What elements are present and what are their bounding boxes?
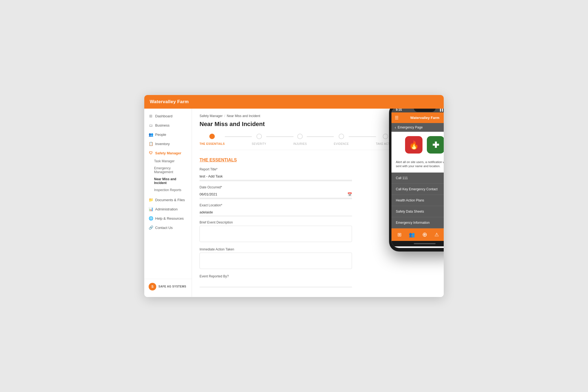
description-textarea[interactable]	[200, 226, 352, 242]
connector-1	[225, 136, 252, 137]
phone-status-icons: ▐▐▐ 📶 🔋	[439, 109, 444, 111]
phone-list-item-emergency-info[interactable]: Emergency Information	[391, 217, 444, 228]
first-aid-button[interactable]: ✚	[427, 136, 444, 154]
connector-4	[349, 136, 376, 137]
app-container: Watervalley Farm ⊞ Dashboard 🗂 Business …	[144, 95, 444, 297]
connector-2	[266, 136, 293, 137]
sidebar-item-safety-manager[interactable]: 🛡 Safety Manager	[144, 148, 192, 158]
signal-icon: ▐▐▐	[439, 109, 444, 111]
phone-list-item-call111[interactable]: Call 111	[391, 173, 444, 184]
task-manager-label: Task Manager	[154, 159, 174, 163]
sidebar-item-help[interactable]: 🌐 Help & Resources	[144, 214, 192, 223]
step-label-injuries: INJURIES	[293, 142, 307, 145]
step-dot-evidence	[339, 134, 344, 139]
calendar-icon[interactable]: 📅	[347, 192, 352, 197]
fire-emergency-button[interactable]: 🔥	[405, 136, 422, 154]
home-bar	[414, 243, 436, 244]
logo-circle: S	[149, 283, 156, 290]
sidebar-sub-task-manager[interactable]: Task Manager	[144, 158, 192, 165]
health-action-label: Health Action Plans	[396, 198, 424, 202]
phone-alert-text: Alert all on site users, a notification …	[391, 158, 444, 173]
step-injuries[interactable]: INJURIES	[293, 134, 307, 145]
section-title: THE ESSENTIALS	[200, 158, 352, 163]
sidebar-label-admin: Administration	[155, 207, 177, 211]
phone-screen: 9:15 ▐▐▐ 📶 🔋 ☰ Watervalley Farm ⚙	[391, 109, 444, 248]
sidebar-sub-inspection[interactable]: Inspection Reports	[144, 186, 192, 194]
phone-nav-warning[interactable]: ⚠	[434, 232, 439, 238]
report-title-input[interactable]	[200, 173, 352, 180]
label-location: Exact Location*	[200, 203, 352, 207]
step-dot-essentials	[209, 134, 215, 139]
documents-icon: 📁	[149, 198, 153, 202]
form-group-reported-by: Event Reported By?	[200, 274, 352, 287]
main-content: Safety Manager / Near Miss and Incident …	[192, 109, 444, 297]
immediate-action-textarea[interactable]	[200, 253, 352, 269]
sidebar-item-people[interactable]: 👥 People	[144, 130, 192, 139]
safety-icon: 🛡	[149, 151, 153, 155]
fire-icon: 🔥	[409, 140, 419, 150]
top-bar: Watervalley Farm	[144, 95, 444, 109]
sidebar-label-inventory: Inventory	[155, 142, 170, 146]
sidebar-item-contact[interactable]: 🔗 Contact Us	[144, 223, 192, 232]
call111-label: Call 111	[396, 176, 408, 180]
phone-list-item-safety-data[interactable]: Safety Data Sheets	[391, 206, 444, 217]
step-label-essentials: THE ESSENTIALS	[200, 142, 225, 145]
label-immediate-action: Immediate Action Taken	[200, 247, 352, 251]
step-label-severity: SEVERITY	[252, 142, 266, 145]
form-group-report-title: Report Title*	[200, 167, 352, 181]
business-icon: 🗂	[149, 123, 153, 127]
breadcrumb-current: Near Miss and Incident	[227, 114, 260, 118]
sidebar: ⊞ Dashboard 🗂 Business 👥 People 📋 Invent…	[144, 109, 192, 297]
key-emergency-label: Call Key Emergency Contact	[396, 187, 437, 191]
admin-icon: 📊	[149, 207, 153, 211]
logo-text: SAFE AG SYSTEMS	[158, 285, 186, 288]
date-input[interactable]	[200, 191, 347, 198]
emergency-info-label: Emergency Information	[396, 221, 430, 225]
dashboard-icon: ⊞	[149, 114, 153, 118]
people-icon: 👥	[149, 132, 153, 137]
label-description: Brief Event Description	[200, 220, 352, 224]
phone-home-indicator	[391, 241, 444, 246]
phone-nav-add[interactable]: ⊕	[422, 231, 427, 238]
sidebar-item-documents[interactable]: 📁 Documents & Files	[144, 195, 192, 204]
main-layout: ⊞ Dashboard 🗂 Business 👥 People 📋 Invent…	[144, 109, 444, 297]
sidebar-item-inventory[interactable]: 📋 Inventory	[144, 139, 192, 148]
report-title-wrapper	[200, 173, 352, 180]
breadcrumb-parent[interactable]: Safety Manager	[200, 114, 223, 118]
phone-list-item-key-emergency[interactable]: Call Key Emergency Contact	[391, 184, 444, 195]
step-dot-injuries	[297, 134, 303, 139]
emergency-label: Emergency Management	[154, 166, 173, 174]
near-miss-label: Near Miss and Incident	[154, 177, 176, 185]
reported-by-input[interactable]	[200, 280, 352, 287]
form-group-immediate-action: Immediate Action Taken	[200, 247, 352, 270]
phone-notch	[414, 109, 436, 112]
phone-back-bar[interactable]: ‹ Emergency Page	[391, 123, 444, 132]
phone-time: 9:15	[396, 109, 402, 111]
form-section: THE ESSENTIALS Report Title* Date Occurr…	[200, 158, 352, 287]
sidebar-label-documents: Documents & Files	[155, 198, 185, 202]
safety-data-label: Safety Data Sheets	[396, 210, 424, 213]
phone-mockup: 9:15 ▐▐▐ 📶 🔋 ☰ Watervalley Farm ⚙	[389, 109, 444, 251]
phone-list-item-health-action[interactable]: Health Action Plans	[391, 195, 444, 206]
sidebar-logo: S SAFE AG SYSTEMS	[144, 279, 192, 294]
first-aid-icon: ✚	[432, 140, 439, 150]
step-evidence[interactable]: EVIDENCE	[334, 134, 349, 145]
step-severity[interactable]: SEVERITY	[252, 134, 266, 145]
step-essentials[interactable]: THE ESSENTIALS	[200, 134, 225, 145]
phone-nav-people[interactable]: 👥	[409, 232, 415, 238]
sidebar-label-help: Help & Resources	[155, 216, 184, 220]
sidebar-item-administration[interactable]: 📊 Administration	[144, 204, 192, 214]
phone-header-title: Watervalley Farm	[410, 116, 439, 120]
form-group-description: Brief Event Description	[200, 220, 352, 243]
sidebar-label-dashboard: Dashboard	[155, 114, 173, 118]
phone-menu-icon[interactable]: ☰	[395, 115, 399, 120]
sidebar-item-dashboard[interactable]: ⊞ Dashboard	[144, 111, 192, 121]
sidebar-sub-emergency[interactable]: Emergency Management	[144, 165, 192, 176]
sidebar-label-safety: Safety Manager	[155, 151, 181, 155]
sidebar-sub-near-miss[interactable]: Near Miss and Incident	[144, 176, 192, 186]
location-input[interactable]	[200, 209, 352, 216]
connector-3	[307, 136, 334, 137]
sidebar-item-business[interactable]: 🗂 Business	[144, 121, 192, 130]
phone-nav-grid[interactable]: ⊞	[397, 232, 402, 238]
form-group-location: Exact Location*	[200, 203, 352, 216]
